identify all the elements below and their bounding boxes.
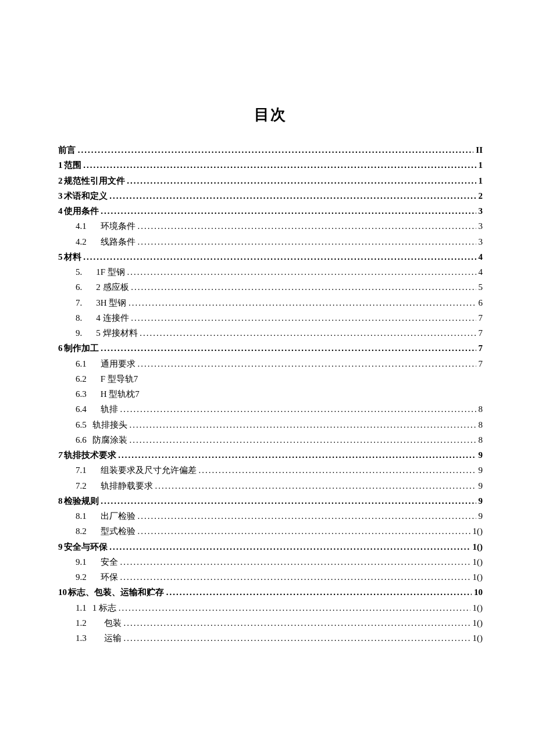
toc-entry-number: 7.2 <box>76 478 87 493</box>
toc-entry-page: 8 <box>476 402 483 417</box>
toc-entry-page: 9 <box>476 493 483 508</box>
toc-entry-number: 2 <box>58 173 63 188</box>
toc-entry: 6.3H 型轨枕7 <box>58 386 483 402</box>
toc-entry: 7轨排技术要求 9 <box>58 447 483 463</box>
toc-entry-label: 防腐涂装 <box>92 432 127 447</box>
toc-entry-page: 7 <box>476 356 483 371</box>
toc-entry: 8.1出厂检验 9 <box>58 508 483 524</box>
toc-entry-label: 制作加工 <box>64 341 99 356</box>
toc-dot-leader <box>199 463 476 478</box>
toc-entry-number: 6.5 <box>76 417 87 432</box>
toc-entry-number: 9.2 <box>76 569 87 585</box>
toc-entry-number: 7.1 <box>76 463 87 478</box>
toc-entry-page: 9 <box>476 447 483 463</box>
toc-entry-page: 3 <box>476 218 483 234</box>
toc-dot-leader <box>101 203 476 218</box>
toc-dot-leader <box>140 371 483 386</box>
toc-entry-page: 9 <box>476 508 483 524</box>
toc-entry-page: 7 <box>476 310 483 325</box>
toc-dot-leader <box>129 295 476 310</box>
toc-dot-leader <box>101 341 476 356</box>
toc-entry-number: 6.3 <box>76 386 87 402</box>
toc-entry-number: 5. <box>76 264 82 280</box>
toc-dot-leader <box>138 508 476 524</box>
toc-dot-leader <box>138 356 476 371</box>
toc-entry-number: 6 <box>58 341 63 356</box>
toc-entry-page: 1() <box>470 554 483 569</box>
toc-dot-leader <box>118 447 476 463</box>
toc-entry-label: 轨排 <box>101 402 118 417</box>
toc-dot-leader <box>130 432 476 447</box>
toc-entry-page: 7 <box>476 325 483 341</box>
toc-entry: 9.5 焊接材料 7 <box>58 325 483 341</box>
toc-entry-label: 2 感应板 <box>96 280 129 295</box>
toc-dot-leader <box>120 569 470 585</box>
toc-entry-label: 术语和定义 <box>64 188 108 203</box>
toc-entry: 1.11 标志 1() <box>58 600 483 615</box>
toc-entry: 6.1通用要求 7 <box>58 356 483 371</box>
toc-entry-number: 8 <box>58 493 63 508</box>
toc-entry-number: 1.2 <box>76 615 87 630</box>
toc-entry-page: 1() <box>470 615 483 630</box>
toc-dot-leader <box>138 218 476 234</box>
toc-dot-leader <box>78 142 474 157</box>
toc-entry-page: 3 <box>476 203 483 218</box>
toc-entry: 2规范性引用文件 1 <box>58 173 483 188</box>
toc-entry-number: 4 <box>58 203 63 218</box>
toc-entry-label: 前言 <box>58 142 76 157</box>
toc-entry-page: 7 <box>476 341 483 356</box>
toc-entry-number: 7 <box>58 447 63 463</box>
toc-entry-label: 环境条件 <box>101 218 135 234</box>
toc-entry-label: 出厂检验 <box>101 508 135 524</box>
toc-entry-label: 标志、包装、运输和贮存 <box>68 585 164 600</box>
toc-entry-number: 6.4 <box>76 402 87 417</box>
toc-entry-number: 8. <box>76 310 82 325</box>
toc-entry-page: 1() <box>470 630 483 646</box>
toc-entry: 3术语和定义 2 <box>58 188 483 203</box>
toc-entry-number: 9. <box>76 325 82 341</box>
toc-entry-label: 运输 <box>104 630 122 646</box>
toc-dot-leader <box>131 310 476 325</box>
toc-entry-number: 6.1 <box>76 356 87 371</box>
toc-entry-page: 8 <box>476 417 483 432</box>
toc-entry-label: 1 标志 <box>92 600 116 615</box>
toc-entry-label: 使用条件 <box>64 203 99 218</box>
toc-dot-leader <box>138 524 470 539</box>
toc-entry-number: 4.1 <box>76 218 87 234</box>
toc-entry-number: 7. <box>76 295 82 310</box>
toc-entry-page: 8 <box>476 432 483 447</box>
toc-entry-page: 3 <box>476 234 483 249</box>
toc-entry: 6.4轨排 8 <box>58 402 483 417</box>
toc-entry-number: 1.3 <box>76 630 87 646</box>
toc-entry-number: 1 <box>58 157 63 173</box>
toc-entry-label: 检验规则 <box>64 493 99 508</box>
toc-entry: 9.2环保 1() <box>58 569 483 585</box>
toc-entry-number: 6. <box>76 280 82 295</box>
toc-entry-page: 1() <box>470 539 483 554</box>
toc-entry-page: 4 <box>476 264 483 280</box>
toc-dot-leader <box>142 386 483 402</box>
toc-dot-leader <box>166 585 472 600</box>
toc-dot-leader <box>83 157 476 173</box>
toc-dot-leader <box>124 615 470 630</box>
toc-entry-label: 4 连接件 <box>96 310 129 325</box>
toc-entry: 8.2型式检验 1() <box>58 524 483 539</box>
toc-entry: 前言 II <box>58 142 483 157</box>
toc-entry: 7.1组装要求及尺寸允许偏差 9 <box>58 463 483 478</box>
toc-entry-page: 4 <box>476 249 483 264</box>
toc-entry-label: 安全与环保 <box>64 539 108 554</box>
toc-entry: 4.2线路条件 3 <box>58 234 483 249</box>
toc-entry-label: 材料 <box>64 249 81 264</box>
document-page: 目次 前言 II1范围 12规范性引用文件 13术语和定义 24使用条件 34.… <box>0 0 535 756</box>
toc-entry: 9.1安全 1() <box>58 554 483 569</box>
toc-dot-leader <box>119 600 470 615</box>
toc-entry-label: 1F 型钢 <box>96 264 125 280</box>
toc-entry-label: 包装 <box>104 615 122 630</box>
toc-entry-label: 型式检验 <box>101 524 135 539</box>
toc-entry: 9安全与环保 1() <box>58 539 483 554</box>
toc-entry-number: 1.1 <box>76 600 87 615</box>
toc-entry-number: 10 <box>58 585 67 600</box>
toc-entry-page: 1 <box>476 157 483 173</box>
toc-entry-page: 6 <box>476 295 483 310</box>
toc-entry: 6.2F 型导轨7 <box>58 371 483 386</box>
